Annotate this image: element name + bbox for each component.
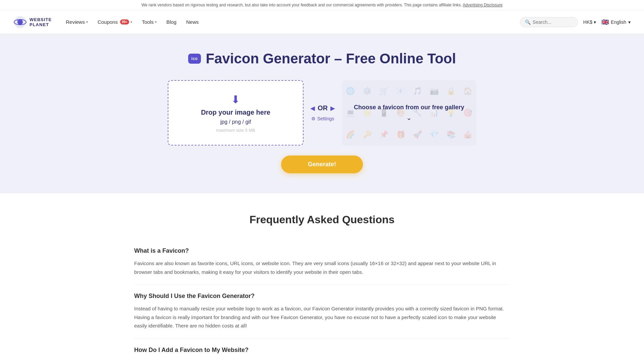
faq-title: Frequently Asked Questions: [134, 214, 510, 226]
faq-answer: Instead of having to manually resize you…: [134, 304, 510, 330]
ico-badge: ico: [188, 54, 201, 64]
drop-zone-maxsize: maximum size 5 MB: [216, 128, 255, 133]
or-text: OR: [318, 104, 328, 112]
gallery-bg-icon-item: 🚀: [409, 124, 426, 145]
tool-area: ⬇ Drop your image here jpg / png / gif m…: [168, 80, 476, 145]
gallery-bg-icon-item: 📚: [443, 124, 460, 145]
gallery-zone[interactable]: 🌐⚙️🛒📧🎵📷🔒🏠💻🌟📱🎨🔧📊💡🎯🌈🔑📌🎁🚀💎📚🎪 Choose a favic…: [342, 80, 476, 145]
nav-item-reviews[interactable]: Reviews ▾: [62, 16, 92, 27]
search-icon: 🔍: [525, 19, 531, 25]
gallery-bg-icon-item: 🔒: [443, 80, 460, 102]
chevron-down-icon: ▾: [86, 20, 88, 24]
faq-question[interactable]: How Do I Add a Favicon to My Website?: [134, 347, 510, 354]
faq-content: Frequently Asked Questions What is a Fav…: [121, 193, 523, 362]
gallery-chevron-icon: ⌄: [406, 114, 412, 122]
search-input[interactable]: [533, 19, 573, 25]
gallery-bg-icon-item: 💎: [426, 124, 443, 145]
gallery-bg-icon-item: 📌: [375, 124, 392, 145]
gallery-bg-icon-item: ⚙️: [359, 80, 375, 102]
left-arrow-icon[interactable]: ◀: [310, 105, 315, 112]
upload-icon: ⬇: [231, 93, 240, 106]
nav-item-coupons[interactable]: Coupons 99+ ▾: [94, 16, 136, 27]
disclosure-text: We rank vendors based on rigorous testin…: [142, 3, 462, 7]
nav-item-news[interactable]: News: [182, 16, 203, 27]
drop-zone[interactable]: ⬇ Drop your image here jpg / png / gif m…: [168, 80, 304, 145]
gallery-bg-icon-item: 🔑: [359, 124, 375, 145]
gallery-bg-icon-item: 🛒: [375, 80, 392, 102]
right-arrow-icon[interactable]: ▶: [330, 105, 335, 112]
gallery-bg-icon-item: 🌐: [342, 80, 359, 102]
generate-button[interactable]: Generate!: [281, 156, 363, 173]
faq-item: What is a Favicon?Favicons are also know…: [134, 239, 510, 285]
faq-question[interactable]: What is a Favicon?: [134, 247, 510, 254]
gallery-bg-icon-item: 📷: [426, 80, 443, 102]
gallery-bg-icon-item: 🏠: [460, 80, 476, 102]
currency-label: HK$: [583, 19, 592, 25]
faq-section: Frequently Asked Questions What is a Fav…: [0, 193, 644, 362]
gallery-bg-icon-item: 🌈: [342, 124, 359, 145]
gallery-bg-icons: 🌐⚙️🛒📧🎵📷🔒🏠💻🌟📱🎨🔧📊💡🎯🌈🔑📌🎁🚀💎📚🎪: [342, 80, 476, 145]
chevron-down-icon: ▾: [628, 19, 631, 25]
disclosure-bar: We rank vendors based on rigorous testin…: [0, 0, 644, 10]
flag-icon: 🇬🇧: [601, 18, 609, 26]
navbar: WEBSITE PLANET Reviews ▾ Coupons 99+ ▾ T…: [0, 10, 644, 34]
navbar-nav: Reviews ▾ Coupons 99+ ▾ Tools ▾ Blog New…: [62, 16, 520, 27]
settings-label: Settings: [317, 116, 334, 121]
page-title: Favicon Generator – Free Online Tool: [206, 51, 456, 67]
drop-zone-title: Drop your image here: [201, 109, 270, 116]
language-label: English: [611, 19, 626, 25]
faq-item: How Do I Add a Favicon to My Website?: [134, 339, 510, 362]
gallery-text: Choose a favicon from our free gallery: [354, 104, 464, 111]
faq-item: Why Should I Use the Favicon Generator?I…: [134, 285, 510, 339]
coupons-badge: 99+: [120, 19, 129, 24]
navbar-right: 🔍 HK$ ▾ 🇬🇧 English ▾: [520, 17, 631, 27]
drop-zone-formats: jpg / png / gif: [220, 119, 251, 125]
settings-link[interactable]: ⚙ Settings: [311, 116, 334, 121]
search-box[interactable]: 🔍: [520, 17, 578, 27]
faq-question[interactable]: Why Should I Use the Favicon Generator?: [134, 293, 510, 300]
hero-title: ico Favicon Generator – Free Online Tool: [188, 51, 456, 67]
disclosure-link[interactable]: Advertising Disclosure: [463, 3, 503, 7]
svg-point-3: [17, 19, 19, 21]
gear-icon: ⚙: [311, 116, 316, 121]
hero-section: ico Favicon Generator – Free Online Tool…: [0, 34, 644, 193]
logo-link[interactable]: WEBSITE PLANET: [13, 15, 52, 29]
nav-item-tools[interactable]: Tools ▾: [138, 16, 161, 27]
language-selector[interactable]: 🇬🇧 English ▾: [601, 18, 631, 26]
currency-selector[interactable]: HK$ ▾: [583, 19, 596, 25]
nav-item-blog[interactable]: Blog: [162, 16, 180, 27]
or-divider: ◀ OR ▶ ⚙ Settings: [304, 104, 342, 121]
gallery-bg-icon-item: 🎁: [392, 124, 409, 145]
or-arrows: ◀ OR ▶: [310, 104, 335, 112]
logo-text-line2: PLANET: [30, 22, 52, 27]
gallery-bg-icon-item: 🎪: [460, 124, 476, 145]
faq-answer: Favicons are also known as favorite icon…: [134, 259, 510, 276]
gallery-bg-icon-item: 🎵: [409, 80, 426, 102]
chevron-down-icon: ▾: [155, 20, 157, 24]
logo-text-line1: WEBSITE: [30, 17, 52, 22]
gallery-bg-icon-item: 📧: [392, 80, 409, 102]
chevron-down-icon: ▾: [130, 20, 132, 24]
faq-items: What is a Favicon?Favicons are also know…: [134, 239, 510, 362]
chevron-down-icon: ▾: [594, 19, 596, 25]
logo-icon: [13, 15, 27, 29]
